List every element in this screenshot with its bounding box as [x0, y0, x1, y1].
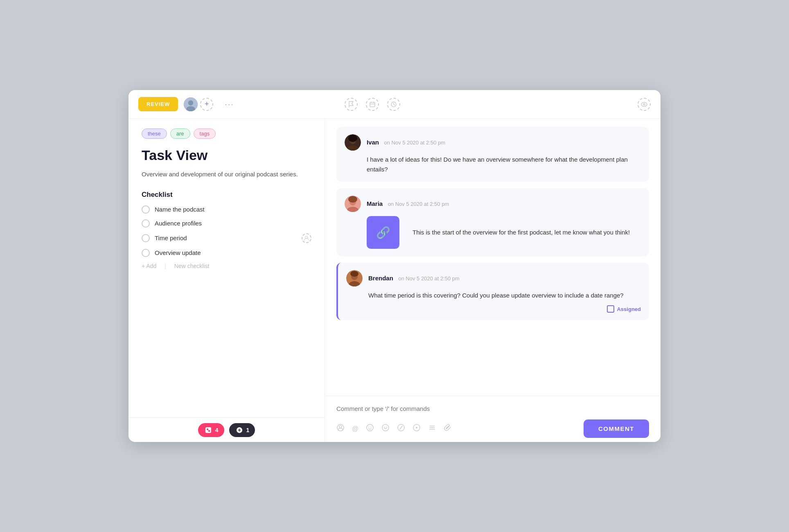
input-tools: @ — [336, 424, 452, 434]
input-area: @ — [325, 396, 661, 442]
tag-these[interactable]: these — [142, 128, 167, 139]
svg-point-5 — [641, 102, 647, 106]
top-bar: REVIEW + ··· — [128, 90, 661, 119]
svg-point-2 — [187, 106, 195, 112]
review-button[interactable]: REVIEW — [138, 97, 178, 111]
svg-point-1 — [188, 100, 194, 106]
comment-input[interactable] — [336, 402, 649, 415]
left-panel: these are tags Task View Overview and de… — [128, 119, 325, 442]
checklist-label-0: Name the podcast — [155, 206, 311, 213]
assigned-checkbox[interactable] — [607, 305, 614, 313]
comment-author-brendan: Brendan — [368, 275, 393, 282]
assign-icon[interactable] — [302, 233, 311, 243]
clock-icon[interactable] — [387, 98, 400, 111]
comment-meta: Brendan on Nov 5 2020 at 2:50 pm — [368, 275, 460, 282]
badge-red[interactable]: 4 — [198, 423, 224, 437]
task-description: Overview and development of our original… — [142, 169, 311, 179]
svg-point-23 — [350, 271, 358, 277]
add-item-button[interactable]: + Add — [142, 263, 156, 269]
comment-card-brendan: Brendan on Nov 5 2020 at 2:50 pm What ti… — [336, 263, 649, 320]
checklist-checkbox-1[interactable] — [142, 219, 150, 228]
assigned-badge: Assigned — [346, 305, 641, 313]
badge-dark[interactable]: 1 — [229, 423, 255, 437]
comment-body-brendan: What time period is this covering? Could… — [346, 291, 641, 300]
tag-are[interactable]: are — [170, 128, 190, 139]
checklist-label-2: Time period — [155, 234, 297, 241]
svg-rect-3 — [370, 102, 375, 107]
assigned-label: Assigned — [617, 306, 641, 312]
circle-dot-icon[interactable] — [413, 424, 421, 434]
comments-area: Ivan on Nov 5 2020 at 2:50 pm I have a l… — [325, 119, 661, 396]
comment-card-maria: Maria on Nov 5 2020 at 2:50 pm 🔗 This is… — [336, 188, 649, 256]
smiley-icon[interactable] — [381, 424, 390, 434]
checklist-checkbox-3[interactable] — [142, 249, 150, 257]
svg-rect-8 — [205, 427, 211, 433]
tag-tags[interactable]: tags — [194, 128, 216, 139]
svg-rect-9 — [207, 428, 208, 430]
comment-attachment-body: 🔗 This is the start of the overview for … — [345, 216, 641, 249]
checklist-item: Name the podcast — [142, 205, 311, 214]
more-button[interactable]: ··· — [225, 99, 234, 109]
avatar-group: + — [183, 97, 213, 112]
comment-body-ivan: I have a lot of ideas for this! Do we ha… — [345, 155, 641, 174]
svg-line-33 — [400, 426, 402, 429]
comment-time-ivan: on Nov 5 2020 at 2:50 pm — [384, 140, 445, 146]
avatar-ivan — [345, 134, 361, 151]
svg-point-28 — [371, 427, 372, 428]
checklist-checkbox-0[interactable] — [142, 205, 150, 214]
svg-point-19 — [348, 196, 357, 203]
comment-author-ivan: Ivan — [367, 139, 379, 146]
svg-point-15 — [348, 135, 357, 142]
checklist-item: Overview update — [142, 249, 311, 257]
checklist-label-1: Audience profiles — [155, 220, 311, 227]
badge-red-count: 4 — [215, 427, 219, 433]
svg-point-35 — [416, 427, 417, 428]
svg-point-25 — [339, 426, 342, 428]
svg-point-6 — [643, 104, 645, 105]
flag-icon[interactable] — [345, 98, 358, 111]
emoji-person-icon[interactable] — [336, 424, 345, 434]
checklist-title: Checklist — [142, 191, 311, 199]
left-bottom-bar: 4 1 — [128, 417, 325, 442]
comment-card-ivan: Ivan on Nov 5 2020 at 2:50 pm I have a l… — [336, 127, 649, 182]
comment-header: Brendan on Nov 5 2020 at 2:50 pm — [346, 270, 641, 286]
badge-dark-icon — [235, 426, 244, 435]
comment-submit-button[interactable]: COMMENT — [584, 419, 649, 438]
comment-header: Ivan on Nov 5 2020 at 2:50 pm — [345, 134, 641, 151]
list-icon[interactable] — [428, 424, 436, 434]
checklist-checkbox-2[interactable] — [142, 234, 150, 242]
badge-red-icon — [204, 426, 213, 435]
svg-point-26 — [367, 424, 373, 431]
emoji-icon[interactable] — [366, 424, 374, 434]
comment-author-maria: Maria — [367, 200, 383, 207]
new-checklist-button[interactable]: New checklist — [174, 263, 210, 269]
input-toolbar: @ — [336, 419, 649, 438]
right-panel: Ivan on Nov 5 2020 at 2:50 pm I have a l… — [325, 119, 661, 442]
attachment-preview: 🔗 — [367, 216, 399, 249]
svg-point-31 — [386, 427, 387, 428]
attachment-icon[interactable] — [444, 424, 452, 434]
svg-point-27 — [369, 427, 370, 428]
avatar-maria — [345, 196, 361, 212]
tags-row: these are tags — [142, 128, 311, 139]
svg-point-30 — [384, 427, 385, 428]
comment-meta: Maria on Nov 5 2020 at 2:50 pm — [367, 200, 449, 207]
add-avatar-button[interactable]: + — [200, 98, 213, 111]
comment-meta: Ivan on Nov 5 2020 at 2:50 pm — [367, 139, 445, 146]
checklist-item: Time period — [142, 233, 311, 243]
slash-icon[interactable] — [397, 424, 405, 434]
at-icon[interactable]: @ — [352, 425, 358, 433]
avatar — [183, 97, 198, 112]
left-bar: REVIEW + ··· — [138, 97, 335, 112]
comment-header: Maria on Nov 5 2020 at 2:50 pm — [345, 196, 641, 212]
app-window: REVIEW + ··· — [128, 90, 661, 442]
checklist-list: Name the podcast Audience profiles Time … — [142, 205, 311, 257]
eye-icon[interactable] — [638, 98, 651, 111]
svg-rect-10 — [208, 430, 210, 432]
calendar-icon[interactable] — [366, 98, 379, 111]
badge-dark-count: 1 — [246, 427, 250, 433]
task-title: Task View — [142, 147, 311, 164]
checklist-actions: + Add | New checklist — [142, 263, 311, 269]
svg-point-29 — [382, 424, 389, 431]
comment-time-maria: on Nov 5 2020 at 2:50 pm — [388, 201, 449, 207]
